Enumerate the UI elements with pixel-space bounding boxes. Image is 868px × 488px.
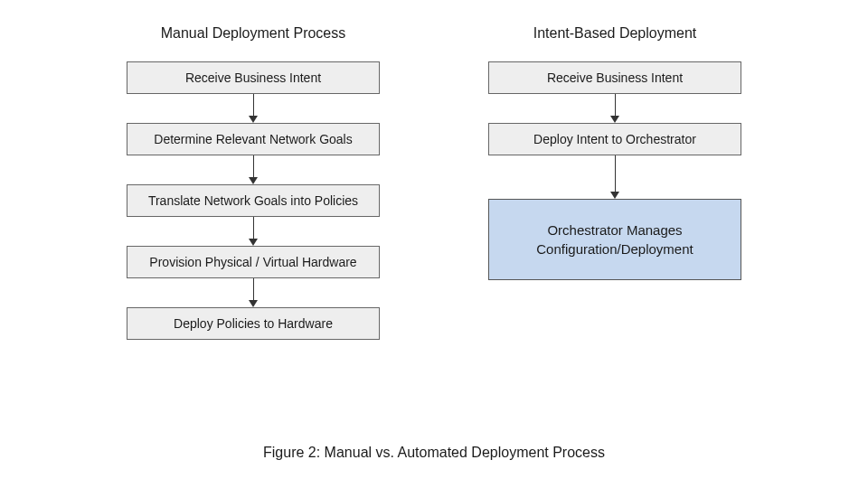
right-column: Intent-Based Deployment Receive Business…: [479, 25, 750, 340]
right-step-1: Receive Business Intent: [488, 61, 741, 94]
arrow-down-icon: [249, 217, 258, 246]
diagram-container: Manual Deployment Process Receive Busine…: [0, 0, 868, 340]
right-final-box: Orchestrator Manages Configuration/Deplo…: [488, 199, 741, 280]
left-step-4: Provision Physical / Virtual Hardware: [127, 246, 380, 278]
right-step-2: Deploy Intent to Orchestrator: [488, 123, 741, 155]
arrow-down-icon: [249, 155, 258, 184]
left-column: Manual Deployment Process Receive Busine…: [118, 25, 389, 340]
arrow-down-icon: [249, 94, 258, 123]
left-step-3: Translate Network Goals into Policies: [127, 184, 380, 217]
right-column-title: Intent-Based Deployment: [533, 25, 697, 42]
left-step-5: Deploy Policies to Hardware: [127, 307, 380, 340]
arrow-down-icon: [610, 94, 619, 123]
figure-caption: Figure 2: Manual vs. Automated Deploymen…: [0, 445, 868, 461]
arrow-down-icon: [249, 278, 258, 307]
left-step-1: Receive Business Intent: [127, 61, 380, 94]
left-column-title: Manual Deployment Process: [161, 25, 346, 42]
arrow-down-icon: [610, 155, 619, 199]
left-step-2: Determine Relevant Network Goals: [127, 123, 380, 155]
